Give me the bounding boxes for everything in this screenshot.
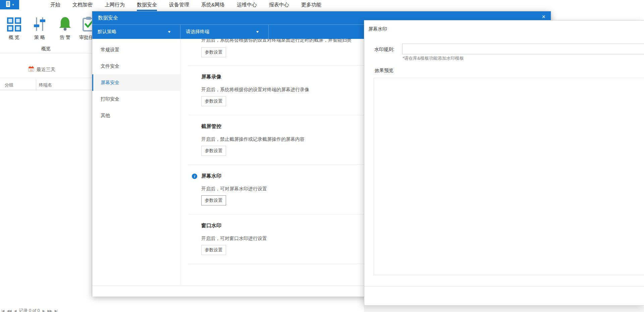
- nav-item-file-security[interactable]: 文件安全: [92, 58, 180, 74]
- drawer-title: 屏幕水印: [368, 26, 387, 32]
- menu-item-data-security[interactable]: 数据安全: [137, 0, 157, 11]
- menu-item-doc-encrypt[interactable]: 文档加密: [72, 0, 93, 11]
- menu-item-device-mgmt[interactable]: 设备管理: [169, 0, 189, 11]
- screen-recording-params-button[interactable]: 参数设置: [201, 96, 226, 106]
- toolbar-policy-button[interactable]: 策 略: [29, 14, 50, 41]
- prev-page-button[interactable]: ◀: [14, 309, 16, 312]
- watermark-rule-label: 水印规则:: [374, 47, 394, 53]
- svg-text:23: 23: [30, 69, 33, 72]
- next-page-button[interactable]: ▶: [43, 309, 45, 312]
- watermark-template-note: *请在库&模板功能添加水印模板: [402, 55, 464, 61]
- policy-dropdown[interactable]: 默认策略 ▼: [92, 25, 180, 39]
- column-header-terminal[interactable]: 终端名: [39, 82, 52, 88]
- screenshot-control-params-button[interactable]: 参数设置: [201, 146, 226, 156]
- calendar-icon: 23: [28, 66, 34, 73]
- toolbar-policy-label: 策 略: [29, 35, 50, 41]
- screen-watermark-drawer: 屏幕水印 水印规则: *请在库&模板功能添加水印模板 效果预览: [364, 20, 644, 306]
- chevron-down-icon: ▾: [12, 3, 14, 6]
- first-page-button[interactable]: |◀: [1, 309, 4, 312]
- recent-three-days-label: 最近三天: [37, 67, 55, 73]
- toolbar-overview-button[interactable]: 概 览: [3, 14, 25, 41]
- terminal-table-header: 分组 终端名: [0, 81, 92, 90]
- menu-item-web-behavior[interactable]: 上网行为: [105, 0, 125, 11]
- alarm-bell-icon: [54, 14, 76, 32]
- close-icon[interactable]: ×: [542, 14, 545, 20]
- menu-item-start[interactable]: 开始: [50, 0, 60, 11]
- menu-item-ops-center[interactable]: 运维中心: [237, 0, 257, 11]
- recent-three-days-filter[interactable]: 23 最近三天: [28, 66, 55, 73]
- menu-item-system-network[interactable]: 系统&网络: [201, 0, 225, 11]
- ribbon-toolbar: 概 览 策 略 告 警 审批任务: [0, 11, 107, 45]
- toolbar-alarm-label: 告 警: [54, 35, 76, 41]
- chevron-down-icon: ▼: [255, 30, 259, 34]
- terminal-dropdown-value: 请选择终端: [186, 29, 209, 35]
- overview-panel-title: 概览: [0, 46, 92, 52]
- timed-screenshot-params-button[interactable]: 参数设置: [201, 47, 226, 57]
- last-page-button[interactable]: ▶|: [55, 309, 57, 312]
- nav-item-print-security[interactable]: 打印安全: [92, 91, 180, 107]
- next-group-button[interactable]: ▶▶: [47, 309, 52, 312]
- nav-item-other[interactable]: 其他: [92, 107, 180, 124]
- record-count-label: 记录 0 of 0: [19, 308, 40, 312]
- window-background-strip: [364, 306, 644, 312]
- policy-sliders-icon: [29, 14, 50, 32]
- main-menu: 开始 文档加密 上网行为 数据安全 设备管理 系统&网络 运维中心 报表中心 更…: [50, 0, 321, 11]
- watermark-rule-input[interactable]: [402, 44, 644, 54]
- app-menu-button[interactable]: ▾: [0, 0, 19, 9]
- column-header-group[interactable]: 分组: [5, 82, 13, 88]
- terminal-dropdown[interactable]: 请选择终端 ▼: [180, 25, 269, 39]
- chevron-down-icon: ▼: [167, 30, 171, 34]
- preview-label: 效果预览: [375, 68, 393, 74]
- toolbar-alarm-button[interactable]: 告 警: [54, 14, 76, 41]
- divider: [0, 53, 92, 53]
- menu-item-more[interactable]: 更多功能: [301, 0, 321, 11]
- pagination-bar: |◀ ◀◀ ◀ 记录 0 of 0 ▶ ▶▶ ▶|: [1, 308, 57, 312]
- screen-watermark-title: 屏幕水印: [201, 173, 221, 179]
- overview-grid-icon: [3, 14, 25, 32]
- nav-item-general-settings[interactable]: 常规设置: [92, 42, 180, 58]
- divider: [364, 286, 644, 287]
- dialog-side-nav: 常规设置 文件安全 屏幕安全 打印安全 其他: [92, 39, 180, 285]
- app-menu-icon: [5, 1, 11, 9]
- divider: [0, 78, 92, 78]
- divider: [0, 90, 92, 90]
- menu-item-report-center[interactable]: 报表中心: [269, 0, 289, 11]
- policy-dropdown-value: 默认策略: [98, 29, 116, 35]
- column-separator: [36, 80, 36, 90]
- nav-item-screen-security[interactable]: 屏幕安全: [92, 74, 180, 91]
- watermark-preview-area: [374, 78, 644, 275]
- screen-watermark-params-button[interactable]: 参数设置: [201, 195, 226, 205]
- dialog-title: 数据安全: [98, 15, 118, 21]
- prev-group-button[interactable]: ◀◀: [7, 309, 11, 312]
- window-watermark-params-button[interactable]: 参数设置: [201, 245, 226, 255]
- toolbar-overview-label: 概 览: [3, 35, 25, 41]
- info-icon[interactable]: i: [192, 174, 197, 179]
- top-menu-bar: ▾ 开始 文档加密 上网行为 数据安全 设备管理 系统&网络 运维中心 报表中心…: [0, 0, 644, 11]
